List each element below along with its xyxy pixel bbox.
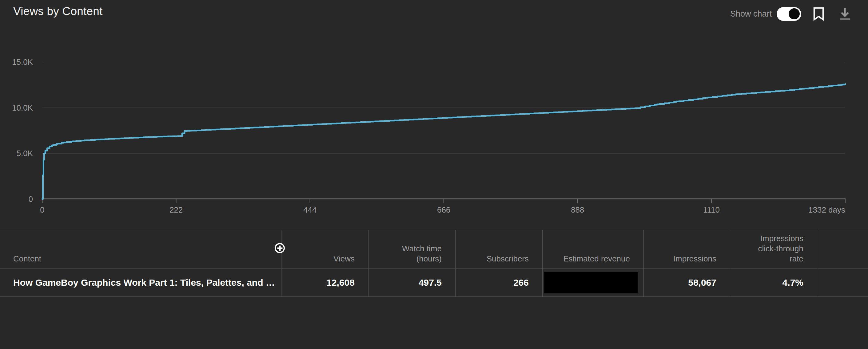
svg-text:15.0K: 15.0K <box>12 58 33 67</box>
video-title-cell[interactable]: How GameBoy Graphics Work Part 1: Tiles,… <box>0 269 281 297</box>
svg-text:1110: 1110 <box>703 205 720 214</box>
svg-text:0: 0 <box>40 205 44 214</box>
svg-text:5.0K: 5.0K <box>17 149 33 158</box>
chart-x-axis-labels: 022244466688811101332 days <box>40 205 845 214</box>
column-header-subscribers[interactable]: Subscribers <box>455 230 542 269</box>
chart-x-ticks <box>42 199 845 203</box>
svg-text:888: 888 <box>571 205 584 214</box>
add-metric-button[interactable] <box>275 243 285 253</box>
column-header-impressions-ctr[interactable]: Impressions click-through rate <box>730 230 817 269</box>
views-line-chart[interactable]: 05.0K10.0K15.0K022244466688811101332 day… <box>0 0 868 230</box>
svg-text:222: 222 <box>169 205 183 214</box>
watch-time-cell: 497.5 <box>368 269 455 297</box>
chart-gridlines <box>42 62 845 153</box>
chart-series-line <box>42 84 845 199</box>
column-header-views[interactable]: Views <box>281 230 368 269</box>
svg-text:666: 666 <box>437 205 450 214</box>
redacted-value <box>544 272 638 293</box>
column-header-watch-time[interactable]: Watch time (hours) <box>368 230 455 269</box>
plus-icon <box>277 245 283 251</box>
svg-text:1332 days: 1332 days <box>808 205 845 214</box>
column-header-content[interactable]: Content <box>0 230 281 269</box>
column-header-estimated-revenue[interactable]: Estimated revenue <box>542 230 644 269</box>
views-cell: 12,608 <box>281 269 368 297</box>
column-header-impressions[interactable]: Impressions <box>644 230 730 269</box>
content-table: Content Views Watch time (hours) Subscri… <box>0 230 868 297</box>
impressions-cell: 58,067 <box>644 269 730 297</box>
subscribers-cell: 266 <box>455 269 542 297</box>
chart-y-axis-labels: 05.0K10.0K15.0K <box>12 58 33 203</box>
svg-text:10.0K: 10.0K <box>12 103 33 112</box>
column-header-spacer <box>817 230 868 269</box>
ctr-cell: 4.7% <box>730 269 817 297</box>
row-spacer <box>817 269 868 297</box>
analytics-panel: Views by Content Show chart 05.0K10.0K15… <box>0 0 868 349</box>
svg-text:444: 444 <box>303 205 316 214</box>
svg-text:0: 0 <box>29 195 33 204</box>
estimated-revenue-cell <box>542 269 644 297</box>
